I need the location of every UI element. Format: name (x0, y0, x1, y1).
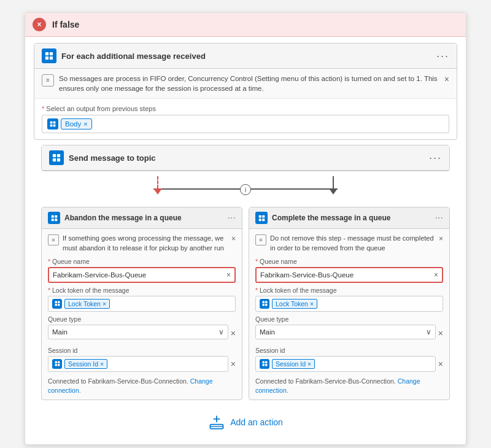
arrow-left (153, 176, 162, 195)
complete-lock-input[interactable]: Lock Token × (255, 296, 443, 312)
complete-queue-type-dropdown[interactable]: Main ∨ (255, 325, 436, 339)
svg-rect-35 (265, 365, 267, 366)
svg-rect-31 (265, 304, 267, 306)
svg-rect-24 (258, 215, 261, 217)
abandon-session-tag: Session Id × (64, 359, 107, 369)
select-output-section: * Select an output from previous steps B… (34, 99, 457, 139)
complete-queue-input[interactable]: Fabrikam-Service-Bus-Queue × (255, 267, 443, 283)
abandon-lock-icon (52, 299, 62, 309)
abandon-session-label: Session id (48, 347, 236, 354)
svg-rect-23 (58, 365, 60, 366)
if-false-header: × If false (25, 13, 466, 37)
solid-right-line (333, 176, 334, 188)
info-text: So messages are process in FIFO order, C… (59, 74, 439, 93)
abandon-info-row: ≡ If something goes wrong processing the… (48, 234, 236, 253)
complete-session-clear[interactable]: × (438, 359, 443, 369)
svg-rect-21 (58, 361, 60, 363)
banner-close-button[interactable]: × (444, 74, 449, 86)
send-message-header[interactable]: Send message to topic ··· (42, 145, 449, 171)
abandon-queue-label: * Queue name (48, 258, 236, 265)
abandon-info-icon: ≡ (48, 234, 59, 245)
add-action-icon (208, 414, 225, 431)
abandon-queue-input[interactable]: Fabrikam-Service-Bus-Queue × (48, 267, 236, 283)
complete-branch: Complete the message in a queue ··· ≡ Do… (249, 207, 450, 400)
abandon-session-icon (52, 359, 62, 369)
svg-rect-26 (258, 218, 261, 221)
svg-rect-3 (50, 56, 53, 60)
select-output-input[interactable]: Body × (42, 115, 449, 133)
abandon-session-clear[interactable]: × (231, 359, 236, 369)
complete-session-input[interactable]: Session Id × (255, 356, 436, 372)
dashed-left-line (157, 176, 158, 188)
complete-icon (255, 212, 268, 224)
abandon-queue-type-dropdown[interactable]: Main ∨ (48, 325, 228, 339)
svg-rect-17 (58, 301, 60, 303)
body-tag-close[interactable]: × (83, 120, 87, 128)
complete-session-tag: Session Id × (272, 359, 315, 369)
send-message-block: Send message to topic ··· (41, 145, 450, 171)
body-tag: Body × (61, 118, 92, 129)
abandon-title: Abandon the message in a queue (64, 214, 223, 222)
body-tag-icon (47, 118, 58, 129)
abandon-connected-text: Connected to Fabrikam-Service-Bus-Connec… (48, 377, 236, 395)
complete-connected-text: Connected to Fabrikam-Service-Bus-Connec… (255, 377, 443, 395)
svg-rect-5 (53, 122, 56, 124)
svg-rect-30 (262, 304, 264, 306)
svg-rect-8 (53, 154, 56, 157)
complete-info-text: Do not remove this step - message must b… (270, 234, 435, 253)
abandon-info-text: If something goes wrong processing the m… (63, 234, 228, 253)
svg-rect-6 (50, 125, 53, 127)
send-message-icon (49, 150, 64, 165)
complete-queue-type-value: Main (260, 328, 426, 336)
send-message-dots[interactable]: ··· (429, 152, 442, 164)
for-each-header[interactable]: For each additional message received ··· (34, 44, 457, 69)
abandon-session-input[interactable]: Session Id × (48, 356, 228, 372)
svg-rect-28 (262, 301, 264, 303)
for-each-icon (42, 48, 56, 63)
svg-rect-11 (57, 158, 60, 161)
add-action-label: Add an action (230, 417, 283, 427)
abandon-lock-tag: Lock Token × (64, 299, 110, 309)
complete-queue-type-label: Queue type (255, 315, 443, 323)
complete-lock-icon (260, 299, 269, 309)
svg-rect-4 (50, 122, 53, 124)
svg-rect-12 (51, 215, 53, 217)
abandon-info-close[interactable]: × (231, 234, 236, 244)
complete-header[interactable]: Complete the message in a queue ··· (249, 207, 449, 229)
select-output-label: * Select an output from previous steps (42, 105, 449, 112)
svg-rect-2 (45, 56, 48, 60)
complete-info-close[interactable]: × (439, 234, 443, 244)
complete-lock-tag: Lock Token × (272, 299, 317, 309)
if-false-title: If false (52, 20, 79, 29)
abandon-dropdown-chevron[interactable]: ∨ (218, 328, 224, 336)
arrow-down-left (153, 188, 162, 195)
abandon-lock-input[interactable]: Lock Token × (48, 296, 236, 312)
abandon-header[interactable]: Abandon the message in a queue ··· (42, 207, 242, 229)
abandon-queue-type-clear[interactable]: × (231, 325, 236, 343)
complete-info-icon: ≡ (255, 234, 266, 245)
close-button[interactable]: × (33, 18, 46, 31)
complete-queue-label: * Queue name (255, 258, 443, 265)
svg-rect-16 (55, 301, 56, 303)
abandon-queue-clear[interactable]: × (226, 271, 231, 279)
arrow-right (329, 176, 338, 195)
svg-rect-7 (53, 125, 56, 127)
svg-rect-27 (262, 218, 265, 221)
svg-rect-18 (55, 304, 56, 306)
svg-rect-14 (51, 218, 53, 221)
complete-queue-type-clear[interactable]: × (438, 325, 443, 343)
abandon-dots[interactable]: ··· (228, 212, 236, 223)
abandon-queue-type-value: Main (52, 328, 218, 336)
svg-rect-29 (265, 301, 267, 303)
complete-dots[interactable]: ··· (435, 212, 443, 223)
svg-rect-9 (57, 154, 60, 157)
abandon-branch: Abandon the message in a queue ··· ≡ If … (41, 207, 242, 400)
abandon-body: ≡ If something goes wrong processing the… (42, 229, 242, 400)
for-each-dots[interactable]: ··· (436, 50, 449, 63)
complete-dropdown-chevron[interactable]: ∨ (426, 328, 431, 336)
svg-rect-0 (45, 52, 48, 55)
svg-rect-32 (262, 361, 264, 363)
add-action-row[interactable]: Add an action (34, 406, 457, 438)
complete-queue-clear[interactable]: × (434, 271, 438, 279)
branches-row: Abandon the message in a queue ··· ≡ If … (34, 207, 457, 406)
